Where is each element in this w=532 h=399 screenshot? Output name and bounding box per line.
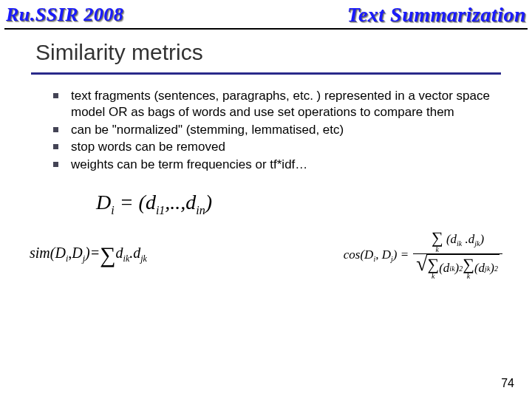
eq1-sub-in: in [196,203,205,216]
eq2-lhs: sim(D [30,245,66,261]
title-underline [31,72,501,75]
equation-vector-def: Di = (di1,..,din) [30,191,502,217]
eq3-lhs: cos(Di, Dj) = [344,248,409,263]
sum-icon: ∑k [432,230,443,253]
numerator: ∑k (dik .djk) [429,230,487,253]
eq1-open: = (d [115,191,156,214]
num-open: (d [446,232,457,246]
header-left-text: Ru.SSIR 2008 [6,4,123,26]
eq1-D: D [96,191,111,214]
eq2-sub-ik: ik [123,253,130,264]
eq3-mid1: , D [375,248,391,262]
eq2-mid2: )= [85,245,100,261]
num-mid: .d [462,232,474,246]
den-t2-open: (d [474,261,485,276]
list-item: weights can be term frequencies or tf*id… [53,157,502,173]
eq1-mid: ,..,d [165,191,196,214]
eq2-mid1: ,D [68,245,82,261]
slide-title: Similarity metrics [0,30,532,72]
equation-cosine: cos(Di, Dj) = ∑k (dik .djk) √ ∑k (dik)2 … [344,230,502,280]
fraction: ∑k (dik .djk) √ ∑k (dik)2 ∑k (djk)2 [413,230,502,280]
slide-header: Ru.SSIR 2008 Text Summarization [0,0,532,28]
denominator: √ ∑k (dik)2 ∑k (djk)2 [413,254,502,280]
sum-icon: ∑k [463,256,474,280]
den-t1-open: (d [439,261,449,276]
radicand: ∑k (dik)2 ∑k (djk)2 [426,254,500,280]
eq2-sub-jk: jk [140,253,147,264]
formula-row: sim(Di,Dj)=∑dik.djk cos(Di, Dj) = ∑k (di… [30,230,502,280]
eq1-sub-i1: i1 [156,203,165,216]
den-t1-sub: ik [449,265,454,273]
sum-icon: ∑k [428,256,440,280]
eq1-close: ) [205,191,212,214]
list-item: can be "normalized" (stemming, lemmatise… [53,122,502,138]
sigma-icon: ∑ [100,242,115,267]
eq2-d1: d [116,245,123,261]
sum-index-k: k [436,246,439,253]
sum-index-k: k [467,273,470,280]
eq2-dot: .d [129,245,140,261]
bullet-list: text fragments (sentences, paragraphs, e… [0,88,532,173]
list-item: text fragments (sentences, paragraphs, e… [53,88,502,120]
sigma-icon: ∑ [432,230,443,246]
sigma-icon: ∑ [428,256,440,273]
equation-sim: sim(Di,Dj)=∑dik.djk [30,242,147,267]
square-root: √ ∑k (dik)2 ∑k (djk)2 [416,254,499,280]
header-right-text: Text Summarization [347,3,526,27]
num-close: ) [480,232,485,246]
list-item: stop words can be removed [53,139,502,155]
eq3-cos: cos(D [344,248,374,262]
num-sub-jk: jk [474,240,480,248]
den-t2-sq: 2 [494,265,498,273]
formula-block: Di = (di1,..,din) sim(Di,Dj)=∑dik.djk co… [0,191,532,281]
sigma-icon: ∑ [463,256,474,273]
page-number: 74 [501,377,514,390]
eq3-mid2: ) = [393,248,409,262]
sum-index-k: k [432,273,434,280]
